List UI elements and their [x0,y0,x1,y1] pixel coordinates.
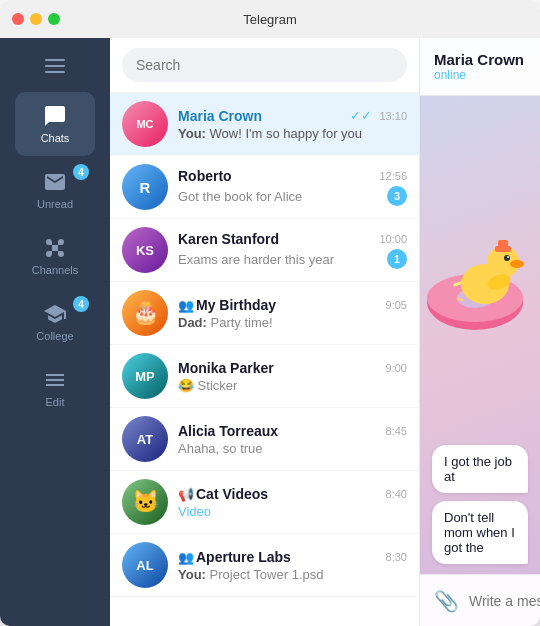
chat-item-karen[interactable]: KS Karen Stanford 10:00 Exams are harder… [110,219,419,282]
chat-preview-alicia: Ahaha, so true [178,441,407,456]
chat-time-maria: ✓✓ 13:10 [350,108,407,123]
attachment-icon[interactable]: 📎 [434,589,459,613]
sidebar-item-edit[interactable]: Edit [15,356,95,420]
main-window: Telegram Chats 4 [0,0,540,626]
edit-icon [43,368,67,392]
traffic-lights [12,13,60,25]
chat-name-alicia: Alicia Torreaux [178,423,278,439]
hamburger-line [45,71,65,73]
unread-badge-roberto: 3 [387,186,407,206]
chat-name-aperture: 👥Aperture Labs [178,549,291,565]
unread-badge: 4 [73,164,89,180]
sidebar: Chats 4 Unread Channels 4 [0,38,110,626]
chat-icon [43,104,67,128]
chat-name-maria: Maria Crown [178,108,262,124]
search-bar [110,38,419,93]
sticker-scene [420,202,540,332]
channels-icon [43,236,67,260]
chat-preview-birthday: Dad: Party time! [178,315,407,330]
chat-header: Maria Crown online [420,38,540,96]
chat-time-alicia: 8:45 [386,425,407,437]
chat-item-birthday[interactable]: 🎂 👥My Birthday 9:05 Dad: Party time! [110,282,419,345]
chat-preview-monika: 😂 Sticker [178,378,407,393]
chat-preview-catvideos: Video [178,504,407,519]
chat-info-alicia: Alicia Torreaux 8:45 Ahaha, so true [178,423,407,456]
sidebar-item-chats[interactable]: Chats [15,92,95,156]
unread-badge-karen: 1 [387,249,407,269]
chat-time-monika: 9:00 [386,362,407,374]
avatar-alicia: AT [122,416,168,462]
chat-info-monika: Monika Parker 9:00 😂 Sticker [178,360,407,393]
avatar-monika: MP [122,353,168,399]
avatar-catvideos: 🐱 [122,479,168,525]
chat-name-roberto: Roberto [178,168,232,184]
sidebar-item-label-channels: Channels [32,264,78,276]
sidebar-item-label-edit: Edit [46,396,65,408]
menu-icon[interactable] [37,48,73,84]
sidebar-item-label-chats: Chats [41,132,70,144]
chat-time-roberto: 12:56 [379,170,407,182]
contact-status: online [434,68,526,82]
unread-icon [43,170,67,194]
svg-point-10 [510,260,524,268]
chat-preview-roberto: Got the book for Alice [178,189,381,204]
chat-time-catvideos: 8:40 [386,488,407,500]
hamburger-line [45,59,65,61]
message-bubble-1: I got the job at [432,445,528,493]
sticker-area [432,106,528,437]
chat-item-catvideos[interactable]: 🐱 📢Cat Videos 8:40 Video [110,471,419,534]
chat-info-catvideos: 📢Cat Videos 8:40 Video [178,486,407,519]
chat-item-monika[interactable]: MP Monika Parker 9:00 😂 Sticker [110,345,419,408]
avatar-maria: MC [122,101,168,147]
chat-item-aperture[interactable]: AL 👥Aperture Labs 8:30 You: Project Towe… [110,534,419,597]
chat-panel: Maria Crown online [420,38,540,626]
svg-rect-15 [498,240,508,248]
chat-info-birthday: 👥My Birthday 9:05 Dad: Party time! [178,297,407,330]
chat-preview-karen: Exams are harder this year [178,252,381,267]
chat-name-birthday: 👥My Birthday [178,297,276,313]
college-icon [43,302,67,326]
svg-point-12 [507,256,509,258]
sticker-svg [420,202,540,332]
double-check-icon: ✓✓ [350,108,372,123]
hamburger-line [45,65,65,67]
chat-info-roberto: Roberto 12:56 Got the book for Alice 3 [178,168,407,206]
chat-preview-aperture: You: Project Tower 1.psd [178,567,407,582]
chat-item-alicia[interactable]: AT Alicia Torreaux 8:45 Ahaha, so true [110,408,419,471]
college-badge: 4 [73,296,89,312]
titlebar: Telegram [0,0,540,38]
avatar-roberto: R [122,164,168,210]
chat-messages: I got the job at Don't tell mom when I g… [420,96,540,574]
sidebar-item-unread[interactable]: 4 Unread [15,158,95,222]
maximize-button[interactable] [48,13,60,25]
message-input[interactable] [469,593,540,609]
chat-list: MC Maria Crown ✓✓ 13:10 You: Wow [110,93,419,626]
chat-time-aperture: 8:30 [386,551,407,563]
app-body: Chats 4 Unread Channels 4 [0,38,540,626]
chat-input-area: 📎 [420,574,540,626]
chat-time-birthday: 9:05 [386,299,407,311]
sidebar-item-label-unread: Unread [37,198,73,210]
chat-list-panel: MC Maria Crown ✓✓ 13:10 You: Wow [110,38,420,626]
chat-item-maria[interactable]: MC Maria Crown ✓✓ 13:10 You: Wow [110,93,419,156]
chat-item-roberto[interactable]: R Roberto 12:56 Got the book for Alice 3 [110,156,419,219]
sidebar-item-label-college: College [36,330,73,342]
contact-name: Maria Crown [434,51,526,68]
chat-time-karen: 10:00 [379,233,407,245]
close-button[interactable] [12,13,24,25]
avatar-karen: KS [122,227,168,273]
sidebar-item-channels[interactable]: Channels [15,224,95,288]
chat-name-monika: Monika Parker [178,360,274,376]
minimize-button[interactable] [30,13,42,25]
chat-info-maria: Maria Crown ✓✓ 13:10 You: Wow! I'm so ha… [178,108,407,141]
avatar-birthday: 🎂 [122,290,168,336]
search-input[interactable] [122,48,407,82]
sidebar-item-college[interactable]: 4 College [15,290,95,354]
avatar-aperture: AL [122,542,168,588]
chat-preview-maria: You: Wow! I'm so happy for you [178,126,407,141]
contact-info: Maria Crown online [434,51,526,82]
chat-name-karen: Karen Stanford [178,231,279,247]
window-title: Telegram [243,12,296,27]
chat-name-catvideos: 📢Cat Videos [178,486,268,502]
svg-point-11 [504,255,510,261]
